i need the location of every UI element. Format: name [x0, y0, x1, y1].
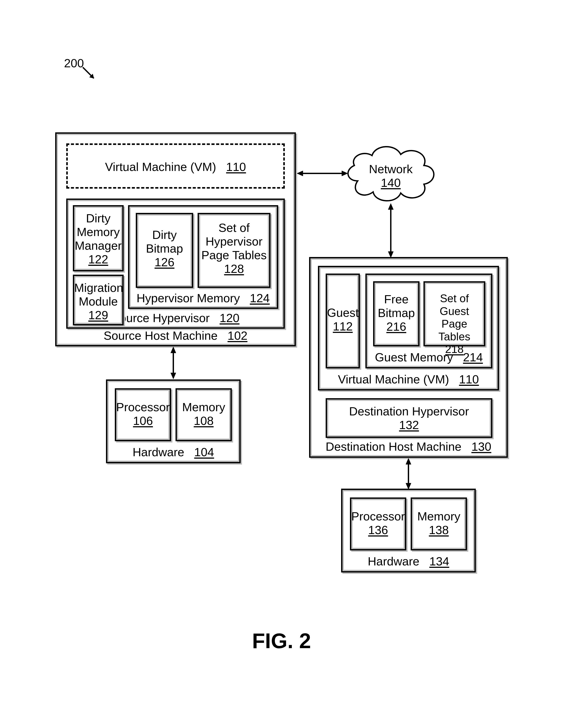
- source-host-ref: 102: [227, 329, 247, 342]
- dest-hw-title: Hardware: [368, 555, 419, 568]
- dest-mem-l1: Memory: [417, 510, 460, 523]
- dirty-bitmap-ref: 126: [154, 255, 174, 269]
- source-vm-dashed: Virtual Machine (VM) 110: [66, 143, 285, 189]
- destination-hypervisor: Destination Hypervisor 132: [326, 398, 492, 438]
- figure-ref-label: 200: [64, 56, 84, 70]
- svg-marker-12: [406, 458, 411, 464]
- free-bitmap-ref: 216: [386, 320, 406, 333]
- dirty-memory-manager: Dirty Memory Manager 122: [73, 205, 124, 271]
- source-hypervisor-title: Source Hypervisor: [111, 311, 209, 325]
- gpt-l2: Page Tables: [439, 318, 471, 343]
- dest-mem-ref: 138: [429, 523, 449, 537]
- dirty-mgr-l1: Dirty: [86, 212, 111, 225]
- gpt-l1: Set of Guest: [440, 292, 469, 317]
- guest-ref: 112: [333, 320, 353, 333]
- migration-l2: Module: [79, 295, 118, 308]
- dest-hyp-l1: Destination Hypervisor: [349, 405, 469, 418]
- source-proc-l1: Processor: [116, 400, 170, 414]
- network-cloud: Network 140: [342, 137, 439, 210]
- source-hw-ref: 104: [194, 445, 214, 459]
- dest-hyp-ref: 132: [399, 418, 419, 432]
- figref-arrow-icon: [82, 66, 99, 84]
- arrow-source-to-network-icon: [296, 167, 349, 180]
- source-mem-ref: 108: [194, 414, 213, 427]
- dirty-mgr-l2: Memory: [77, 225, 120, 238]
- svg-marker-6: [171, 347, 176, 353]
- svg-marker-7: [171, 373, 176, 379]
- hvpt-l1: Set of: [218, 221, 249, 234]
- free-bitmap-l1: Free: [384, 293, 409, 306]
- dirty-mgr-ref: 122: [88, 253, 108, 266]
- guest-page-tables: Set of Guest Page Tables 218: [424, 281, 485, 346]
- svg-marker-13: [406, 483, 411, 489]
- free-bitmap-l2: Bitmap: [378, 306, 415, 319]
- source-proc-ref: 106: [133, 414, 153, 427]
- dest-host-ref: 130: [471, 440, 491, 453]
- guest-l1: Guest: [327, 306, 359, 319]
- dest-processor: Processor 136: [350, 497, 406, 550]
- migration-ref: 129: [88, 308, 108, 322]
- source-hypervisor-ref: 120: [220, 311, 239, 325]
- source-host-title: Source Host Machine: [103, 329, 217, 342]
- source-hw-title: Hardware: [132, 445, 184, 459]
- arrow-source-to-hw-icon: [167, 346, 180, 379]
- network-title: Network: [369, 162, 413, 176]
- svg-marker-10: [388, 251, 394, 258]
- hvmem-title: Hypervisor Memory: [136, 291, 240, 305]
- hvpt-ref: 128: [224, 262, 244, 275]
- dirty-bitmap: Dirty Bitmap 126: [136, 213, 193, 288]
- page: 200 Network 140 Source Host Machine 102 …: [0, 0, 563, 728]
- hvpt-l3: Page Tables: [201, 248, 267, 262]
- dirty-bitmap-l2: Bitmap: [146, 242, 183, 255]
- dest-proc-l1: Processor: [351, 510, 405, 523]
- dest-memory: Memory 138: [411, 497, 467, 550]
- dest-host-title: Destination Host Machine: [326, 440, 461, 453]
- arrow-dest-to-hw-icon: [402, 458, 415, 490]
- source-processor: Processor 106: [115, 388, 171, 441]
- arrow-network-to-dest-icon: [384, 203, 398, 258]
- free-bitmap: Free Bitmap 216: [373, 281, 420, 346]
- dirty-bitmap-l1: Dirty: [152, 228, 177, 241]
- guest: Guest 112: [326, 274, 360, 368]
- figure-caption: FIG. 2: [0, 629, 563, 653]
- dest-hw-ref: 134: [430, 555, 449, 568]
- svg-marker-9: [388, 203, 394, 210]
- dest-vm-ref: 110: [459, 373, 479, 386]
- hvmem-ref: 124: [250, 291, 270, 305]
- source-vm-ref: 110: [226, 160, 246, 173]
- svg-marker-3: [297, 171, 303, 176]
- hvpt-l2: Hypervisor: [205, 235, 262, 248]
- dirty-mgr-l3: Manager: [75, 239, 122, 252]
- source-memory: Memory 108: [175, 388, 232, 441]
- migration-module: Migration Module 129: [73, 275, 124, 325]
- migration-l1: Migration: [74, 281, 123, 294]
- source-vm-title: Virtual Machine (VM): [105, 160, 216, 173]
- dest-proc-ref: 136: [368, 523, 388, 537]
- hypervisor-page-tables: Set of Hypervisor Page Tables 128: [197, 213, 270, 288]
- svg-marker-4: [342, 171, 348, 176]
- network-ref: 140: [381, 176, 401, 189]
- source-mem-l1: Memory: [182, 400, 225, 414]
- gpt-ref: 218: [445, 343, 463, 355]
- dest-vm-title: Virtual Machine (VM): [338, 373, 449, 386]
